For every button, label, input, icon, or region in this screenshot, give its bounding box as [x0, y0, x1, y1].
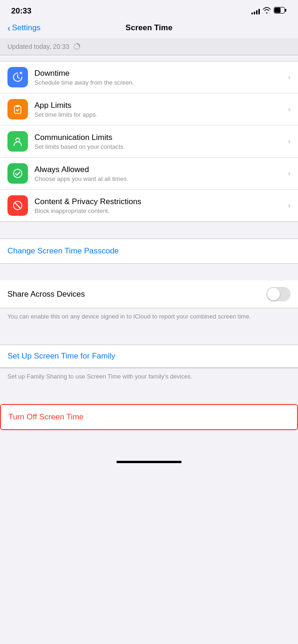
change-passcode-button[interactable]: Change Screen Time Passcode — [0, 239, 298, 263]
content-privacy-chevron-icon: › — [288, 201, 291, 210]
share-devices-description: You can enable this on any device signed… — [0, 308, 298, 328]
content-privacy-icon — [7, 195, 28, 216]
status-icons — [251, 7, 287, 15]
back-label: Settings — [12, 23, 41, 33]
gap-4 — [0, 387, 298, 404]
communication-limits-chevron-icon: › — [288, 137, 291, 146]
app-limits-icon — [7, 99, 28, 120]
status-time: 20:33 — [11, 7, 31, 16]
signal-icon — [251, 8, 260, 14]
content-privacy-text: Content & Privacy Restrictions Block ina… — [34, 197, 284, 214]
family-section: Set Up Screen Time for Family — [0, 345, 298, 368]
updated-text: Updated today, 20:33 — [7, 43, 69, 50]
share-devices-toggle[interactable] — [266, 287, 291, 301]
content-privacy-item[interactable]: Content & Privacy Restrictions Block ina… — [0, 190, 298, 221]
app-limits-text: App Limits Set time limits for apps. — [34, 101, 284, 118]
app-limits-item[interactable]: App Limits Set time limits for apps. › — [0, 93, 298, 126]
updated-bar: Updated today, 20:33 — [0, 38, 298, 55]
main-list-section: Downtime Schedule time away from the scr… — [0, 61, 298, 222]
always-allowed-icon — [7, 163, 28, 184]
battery-icon — [274, 7, 287, 15]
passcode-section: Change Screen Time Passcode — [0, 239, 298, 264]
communication-limits-title: Communication Limits — [34, 133, 284, 142]
home-bar — [116, 461, 182, 463]
communication-limits-item[interactable]: Communication Limits Set limits based on… — [0, 126, 298, 158]
svg-rect-2 — [285, 9, 286, 12]
gap-5 — [0, 430, 298, 452]
family-link-button[interactable]: Set Up Screen Time for Family — [0, 345, 298, 368]
always-allowed-title: Always Allowed — [34, 165, 284, 174]
gap-3 — [0, 328, 298, 345]
status-bar: 20:33 — [0, 0, 298, 20]
back-button[interactable]: ‹ Settings — [7, 23, 41, 33]
toggle-knob — [267, 288, 280, 300]
communication-limits-icon — [7, 131, 28, 152]
downtime-chevron-icon: › — [288, 73, 291, 82]
family-link-label: Set Up Screen Time for Family — [7, 352, 115, 360]
share-devices-section: Share Across Devices You can enable this… — [0, 280, 298, 328]
app-limits-chevron-icon: › — [288, 105, 291, 114]
content-privacy-title: Content & Privacy Restrictions — [34, 197, 284, 206]
svg-point-6 — [16, 138, 20, 142]
app-limits-subtitle: Set time limits for apps. — [34, 111, 284, 118]
app-limits-title: App Limits — [34, 101, 284, 110]
share-devices-label: Share Across Devices — [7, 290, 85, 299]
downtime-item[interactable]: Downtime Schedule time away from the scr… — [0, 61, 298, 93]
share-devices-row: Share Across Devices — [0, 280, 298, 308]
back-chevron-icon: ‹ — [7, 23, 11, 33]
family-description: Set up Family Sharing to use Screen Time… — [0, 368, 298, 388]
always-allowed-item[interactable]: Always Allowed Choose apps you want at a… — [0, 158, 298, 190]
svg-rect-5 — [14, 106, 21, 113]
turn-off-label: Turn Off Screen Time — [8, 412, 84, 421]
svg-rect-1 — [275, 8, 281, 13]
turn-off-section: Turn Off Screen Time — [0, 404, 298, 430]
always-allowed-text: Always Allowed Choose apps you want at a… — [34, 165, 284, 182]
home-indicator — [0, 452, 298, 468]
gap-1 — [0, 222, 298, 239]
svg-line-9 — [15, 203, 20, 208]
communication-limits-subtitle: Set limits based on your contacts. — [34, 143, 284, 150]
always-allowed-subtitle: Choose apps you want at all times. — [34, 175, 284, 182]
downtime-title: Downtime — [34, 69, 284, 78]
turn-off-button[interactable]: Turn Off Screen Time — [1, 405, 297, 429]
loading-spinner-icon — [73, 43, 81, 50]
wifi-icon — [263, 7, 271, 15]
always-allowed-chevron-icon: › — [288, 169, 291, 178]
content-privacy-subtitle: Block inappropriate content. — [34, 207, 284, 214]
communication-limits-text: Communication Limits Set limits based on… — [34, 133, 284, 150]
nav-bar: ‹ Settings Screen Time — [0, 20, 298, 38]
downtime-icon — [7, 67, 28, 87]
gap-2 — [0, 264, 298, 280]
change-passcode-label: Change Screen Time Passcode — [7, 246, 119, 255]
downtime-text: Downtime Schedule time away from the scr… — [34, 69, 284, 86]
svg-point-7 — [14, 169, 22, 178]
nav-title: Screen Time — [126, 23, 173, 33]
downtime-subtitle: Schedule time away from the screen. — [34, 79, 284, 86]
